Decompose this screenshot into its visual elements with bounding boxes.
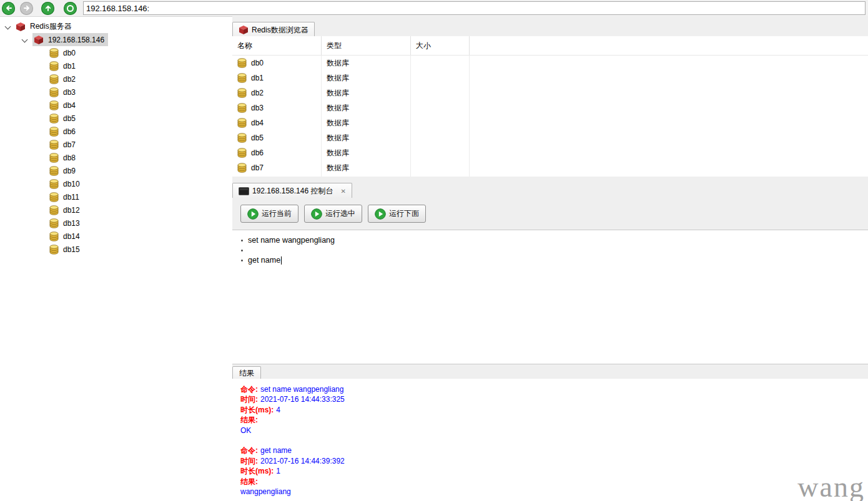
database-icon <box>237 148 247 158</box>
play-icon <box>375 208 386 220</box>
database-icon <box>49 127 59 137</box>
tree-item-server[interactable]: 192.168.158.146 <box>0 33 232 46</box>
tree-item-db11[interactable]: db11 <box>0 190 232 203</box>
collapse-arrow-icon[interactable] <box>22 37 27 42</box>
console-toolbar: 运行当前 运行选中 运行下面 <box>232 198 868 230</box>
cell-name: db5 <box>251 134 264 142</box>
tree-item-db8[interactable]: db8 <box>0 151 232 164</box>
cell-type: 数据库 <box>327 88 349 99</box>
ring-icon <box>67 5 74 12</box>
back-button[interactable] <box>2 2 15 15</box>
tree-item-label: db14 <box>63 232 80 241</box>
table-row-db3[interactable]: db3 数据库 <box>232 100 868 115</box>
database-icon <box>237 103 247 113</box>
arrow-right-icon <box>23 4 31 12</box>
tree-item-label: db10 <box>63 180 80 188</box>
tree-item-db2[interactable]: db2 <box>0 72 232 85</box>
cell-type: 数据库 <box>327 163 349 173</box>
table-row-db5[interactable]: db5 数据库 <box>232 130 868 145</box>
button-label: 运行选中 <box>325 208 355 219</box>
database-icon <box>49 48 59 58</box>
tab-results[interactable]: 结果 <box>232 366 261 380</box>
bullet-icon <box>241 240 243 241</box>
table-row-db0[interactable]: db0 数据库 <box>232 56 868 71</box>
tree-item-label: db5 <box>63 114 76 123</box>
address-input[interactable] <box>83 1 866 15</box>
result-value: set name wangpengliang <box>260 385 343 394</box>
tree-item-db10[interactable]: db10 <box>0 177 232 190</box>
editor-line-text: get name <box>248 256 280 265</box>
database-icon <box>49 74 59 84</box>
tree-item-label: db8 <box>63 153 76 162</box>
tree-item-db12[interactable]: db12 <box>0 203 232 216</box>
connect-button[interactable] <box>64 2 77 15</box>
table-row-db6[interactable]: db6 数据库 <box>232 145 868 160</box>
result-label: 结果: <box>240 477 258 486</box>
database-icon <box>49 140 59 150</box>
play-icon <box>247 208 259 220</box>
cell-type: 数据库 <box>327 103 349 114</box>
database-icon <box>49 114 59 124</box>
result-line: 结果: <box>240 415 868 425</box>
console-tabbar: 192.168.158.146 控制台 ✕ <box>232 181 868 198</box>
tree-item-db0[interactable]: db0 <box>0 46 232 59</box>
editor-line: set name wangpengliang <box>241 235 868 245</box>
tree-item-db15[interactable]: db15 <box>0 243 232 256</box>
tree-item-label: db11 <box>63 193 79 202</box>
collapse-arrow-icon[interactable] <box>5 24 10 29</box>
tab-label: 192.168.158.146 控制台 <box>252 186 333 197</box>
tab-console[interactable]: 192.168.158.146 控制台 ✕ <box>232 183 352 198</box>
results-tabbar: 结果 <box>232 364 868 380</box>
tree-item-db6[interactable]: db6 <box>0 125 232 138</box>
tree-item-label: db7 <box>63 140 76 149</box>
tree-item-db14[interactable]: db14 <box>0 230 232 243</box>
text-cursor <box>281 256 282 265</box>
tree-item-label: db3 <box>63 88 76 97</box>
results-panel: 命令:set name wangpengliang 时间:2021-07-16 … <box>232 379 868 501</box>
tree-item-db4[interactable]: db4 <box>0 99 232 112</box>
result-label: 时间: <box>240 457 258 465</box>
tree-item-label: db12 <box>63 206 80 215</box>
tree-item-label: db1 <box>63 62 76 71</box>
run-current-button[interactable]: 运行当前 <box>240 205 298 223</box>
database-icon <box>237 88 247 98</box>
column-header-type[interactable]: 类型 <box>322 36 411 55</box>
tree-item-db3[interactable]: db3 <box>0 85 232 99</box>
tree-item-redis-servers[interactable]: Redis服务器 <box>0 20 232 33</box>
result-label: 命令: <box>240 446 258 455</box>
database-icon <box>237 118 247 128</box>
console-editor[interactable]: set name wangpengliang get name <box>232 230 868 364</box>
cell-type: 数据库 <box>327 118 349 129</box>
result-line: 时长(ms):4 <box>240 405 868 415</box>
cell-type: 数据库 <box>327 73 349 84</box>
run-below-button[interactable]: 运行下面 <box>368 205 426 223</box>
table-row-db1[interactable]: db1 数据库 <box>232 71 868 85</box>
cell-name: db3 <box>251 104 264 112</box>
cell-name: db6 <box>251 148 264 157</box>
tree-item-label: db6 <box>63 127 76 136</box>
result-line: wangpengliang <box>240 487 868 497</box>
result-value: 2021-07-16 14:44:33:325 <box>260 395 345 404</box>
database-icon <box>237 58 247 68</box>
tree-item-db7[interactable]: db7 <box>0 138 232 151</box>
forward-button[interactable] <box>20 2 33 15</box>
close-icon[interactable]: ✕ <box>340 188 345 195</box>
table-row-db2[interactable]: db2 数据库 <box>232 85 868 100</box>
run-selected-button[interactable]: 运行选中 <box>304 205 362 223</box>
tab-redis-data-browser[interactable]: Redis数据浏览器 <box>232 22 315 37</box>
tree-item-db5[interactable]: db5 <box>0 112 232 125</box>
table-row-db4[interactable]: db4 数据库 <box>232 115 868 130</box>
cell-name: db1 <box>251 74 264 82</box>
column-header-size[interactable]: 大小 <box>411 36 470 55</box>
table-row-db8[interactable]: db8 数据库 <box>232 175 868 177</box>
column-header-name[interactable]: 名称 <box>232 36 322 55</box>
tree-item-label: db2 <box>63 75 76 84</box>
watermark-text: wang <box>797 470 865 501</box>
up-button[interactable] <box>41 2 54 15</box>
database-icon <box>49 205 59 215</box>
table-row-db7[interactable]: db7 数据库 <box>232 160 868 175</box>
cell-type: 数据库 <box>327 148 349 158</box>
tree-item-db9[interactable]: db9 <box>0 164 232 177</box>
tree-item-db1[interactable]: db1 <box>0 59 232 72</box>
tree-item-db13[interactable]: db13 <box>0 216 232 230</box>
